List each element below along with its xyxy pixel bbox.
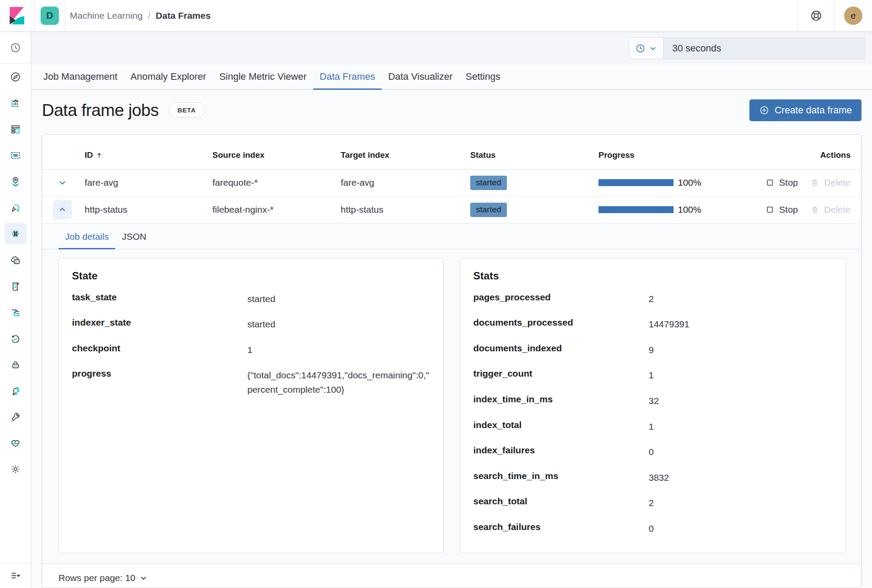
detail-value: {"total_docs":14479391,"docs_remaining":… xyxy=(247,368,430,397)
space-badge: D xyxy=(41,7,59,25)
lock-icon xyxy=(10,359,21,370)
sidebar-item-maps[interactable] xyxy=(0,168,31,194)
column-header-id[interactable]: ID xyxy=(85,150,212,160)
tab-anomaly-explorer[interactable]: Anomaly Explorer xyxy=(124,65,213,90)
create-data-frame-button[interactable]: Create data frame xyxy=(749,99,862,121)
job-id: http-status xyxy=(85,204,212,215)
detail-value: 2 xyxy=(649,292,833,306)
tab-json[interactable]: JSON xyxy=(115,231,153,249)
plus-circle-icon xyxy=(759,105,769,116)
tab-settings[interactable]: Settings xyxy=(459,65,507,90)
detail-name: checkpoint xyxy=(72,343,247,357)
tab-single-metric-viewer[interactable]: Single Metric Viewer xyxy=(213,65,313,90)
trash-icon xyxy=(810,178,820,187)
sidebar-item-management[interactable] xyxy=(0,456,31,482)
job-details-tabs: Job details JSON xyxy=(42,224,861,249)
sidebar-item-siem[interactable] xyxy=(0,299,31,325)
sidebar-item-monitoring[interactable] xyxy=(0,430,31,456)
detail-row: pages_processed 2 xyxy=(473,286,833,312)
breadcrumb-machine-learning[interactable]: Machine Learning xyxy=(70,10,143,21)
collapse-menu-icon xyxy=(10,570,21,581)
job-id: fare-avg xyxy=(85,177,212,188)
page-title: Data frame jobs xyxy=(42,101,159,120)
user-avatar: e xyxy=(844,7,862,25)
detail-row: index_time_in_ms 32 xyxy=(473,388,833,414)
sidebar-item-graph[interactable] xyxy=(0,377,31,404)
delete-job-button[interactable]: Delete xyxy=(810,177,851,188)
sidebar-item-security[interactable] xyxy=(0,351,31,377)
sidebar-item-dev-tools[interactable] xyxy=(0,404,31,430)
stop-job-button[interactable]: Stop xyxy=(765,177,798,188)
detail-row: task_state started xyxy=(72,286,430,312)
detail-row: search_time_in_ms 3832 xyxy=(473,465,833,491)
help-menu-button[interactable] xyxy=(798,0,834,31)
delete-job-button[interactable]: Delete xyxy=(810,204,851,215)
progress-percent: 100% xyxy=(678,204,701,215)
kibana-logo-icon xyxy=(9,7,25,25)
stats-card-title: Stats xyxy=(473,270,833,282)
expand-row-button[interactable] xyxy=(53,173,72,192)
state-card-title: State xyxy=(72,270,430,282)
rows-per-page-button[interactable]: Rows per page: 10 xyxy=(58,573,147,583)
sort-arrow-up-icon xyxy=(96,152,103,159)
expanded-job-details: Job details JSON State task_state starte… xyxy=(42,224,861,564)
chevron-up-icon xyxy=(58,205,67,214)
column-header-id-label: ID xyxy=(85,150,93,160)
dashboard-icon xyxy=(10,123,21,135)
header-right: e xyxy=(798,0,872,31)
sidebar-item-logs[interactable] xyxy=(0,273,31,299)
detail-value: 0 xyxy=(649,522,833,536)
detail-name: index_failures xyxy=(473,445,649,459)
table-pagination-footer: Rows per page: 10 xyxy=(42,564,861,588)
graph-nodes-icon xyxy=(10,385,21,397)
sidebar-item-infrastructure[interactable] xyxy=(0,247,31,273)
detail-row: progress {"total_docs":14479391,"docs_re… xyxy=(72,363,430,402)
time-quick-select-button[interactable] xyxy=(629,38,663,59)
state-card: State task_state started indexer_state s… xyxy=(58,258,444,553)
detail-name: progress xyxy=(72,368,247,397)
detail-value: started xyxy=(247,317,430,332)
detail-name: indexer_state xyxy=(72,317,247,332)
breadcrumb-data-frames: Data Frames xyxy=(156,10,211,21)
chevron-down-icon xyxy=(140,574,147,582)
sidebar-item-recently-viewed[interactable] xyxy=(0,34,31,61)
detail-value: 14479391 xyxy=(649,317,833,332)
sidebar-collapse-button[interactable] xyxy=(0,563,31,588)
logs-scroll-icon xyxy=(10,280,21,292)
detail-value: 1 xyxy=(649,368,833,383)
detail-name: documents_processed xyxy=(473,317,649,332)
sidebar-item-discover[interactable] xyxy=(0,64,31,90)
sidebar-item-machine-learning[interactable] xyxy=(0,221,31,247)
detail-row: trigger_count 1 xyxy=(473,363,833,388)
user-menu-button[interactable]: e xyxy=(834,0,872,31)
space-selector[interactable]: D xyxy=(34,0,65,31)
sidebar-item-uptime[interactable] xyxy=(0,325,31,351)
detail-name: search_failures xyxy=(473,522,649,536)
sidebar-item-apm[interactable] xyxy=(0,194,31,221)
machine-learning-icon xyxy=(10,228,21,240)
refresh-check-icon xyxy=(10,333,21,344)
sidebar-item-visualize[interactable] xyxy=(0,90,31,116)
kibana-logo[interactable] xyxy=(0,0,34,31)
detail-name: task_state xyxy=(72,292,247,306)
tab-data-frames[interactable]: Data Frames xyxy=(313,65,382,90)
sidebar-item-canvas[interactable] xyxy=(0,142,31,168)
time-range-value[interactable]: 30 seconds xyxy=(663,38,865,59)
tab-data-visualizer[interactable]: Data Visualizer xyxy=(382,65,459,90)
target-index: http-status xyxy=(341,204,470,215)
canvas-icon xyxy=(10,150,21,161)
map-pin-layers-icon xyxy=(10,176,21,187)
table-row: fare-avg farequote-* fare-avg started 10… xyxy=(42,170,861,197)
detail-row: index_total 1 xyxy=(473,414,833,440)
tab-job-management[interactable]: Job Management xyxy=(37,65,124,90)
detail-name: trigger_count xyxy=(473,368,649,383)
stop-label: Stop xyxy=(779,204,798,215)
date-picker-strip: 30 seconds xyxy=(31,32,872,65)
page-header: Data frame jobs BETA Create data frame xyxy=(42,99,862,121)
detail-name: search_total xyxy=(473,496,649,510)
stop-job-button[interactable]: Stop xyxy=(765,204,798,215)
tab-job-details[interactable]: Job details xyxy=(58,231,115,249)
collapse-row-button[interactable] xyxy=(53,200,72,219)
sidebar-item-dashboard[interactable] xyxy=(0,116,31,142)
progress-bar xyxy=(598,179,674,186)
